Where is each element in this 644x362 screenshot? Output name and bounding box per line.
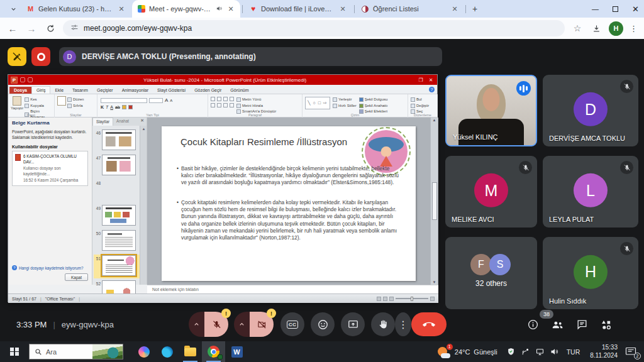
slide-thumbnail-51-selected[interactable]: 51 xyxy=(94,255,140,278)
shapes-gallery[interactable]: ╲ ○ □ ⇨ xyxy=(305,97,330,109)
font-color-chip[interactable] xyxy=(128,105,133,109)
meeting-details-icon[interactable] xyxy=(526,318,540,332)
profile-avatar[interactable]: H xyxy=(609,21,623,36)
ribbon-tab-gorunum[interactable]: Görünüm xyxy=(226,87,253,94)
taskbar-file-explorer-icon[interactable] xyxy=(179,341,202,362)
camera-options-chevron[interactable] xyxy=(234,312,250,337)
shape-outline-button[interactable]: Şekil Anahattı xyxy=(359,103,388,109)
save-icon[interactable] xyxy=(20,77,25,82)
tab-close-icon[interactable]: ✕ xyxy=(450,4,459,13)
justify-button[interactable] xyxy=(230,103,234,107)
ribbon-tab-giris[interactable]: Giriş xyxy=(31,86,50,94)
bookmark-star-icon[interactable]: ☆ xyxy=(571,22,584,35)
panel-close-icon[interactable]: ✕ xyxy=(138,118,147,126)
fit-to-window-button[interactable] xyxy=(430,297,435,301)
ribbon-tab-slayt-gosterisi[interactable]: Slayt Gösterisi xyxy=(153,87,190,94)
tab-ilovepdf[interactable]: ♥ Download file | iLovePDF ✕ xyxy=(244,0,352,18)
recording-indicator-button[interactable] xyxy=(31,47,50,66)
window-close-button[interactable]: ✕ xyxy=(632,4,639,14)
align-text-button[interactable]: Metni Hizala xyxy=(236,103,276,109)
mic-control[interactable]: ! xyxy=(189,312,228,337)
recovered-file-item[interactable]: 6 KASIM-ÇOCUKTA OLUMLU DAV... Kullanıcı … xyxy=(12,151,88,186)
tray-network-icon[interactable] xyxy=(535,347,545,356)
slide-thumbnail-48[interactable]: 48 xyxy=(94,179,140,203)
camera-control[interactable]: ! xyxy=(234,312,274,337)
tray-security-icon[interactable] xyxy=(506,347,516,356)
canvas-scrollbar[interactable]: ▲ ▼ xyxy=(430,118,438,285)
window-minimize-button[interactable]: — xyxy=(592,5,599,13)
replace-button[interactable]: Değiştir xyxy=(411,103,437,109)
slide-thumbnail-50[interactable]: 50 xyxy=(94,229,140,253)
align-left-button[interactable] xyxy=(211,103,215,107)
highlight-color-chip[interactable] xyxy=(122,105,126,109)
slide-thumbnail-47[interactable]: 47 xyxy=(94,154,140,178)
align-right-button[interactable] xyxy=(223,103,228,107)
windows-start-button[interactable] xyxy=(0,341,29,362)
tab-search-chevron-icon[interactable] xyxy=(5,3,21,15)
outline-tab[interactable]: Anahat xyxy=(113,118,132,126)
current-slide[interactable]: Çocuk Kitapları Resimleme /İllüstrasyon … xyxy=(162,126,416,281)
zoom-slider[interactable] xyxy=(396,298,428,299)
tile-melike-avci[interactable]: M MELIKE AVCI xyxy=(445,156,537,228)
tab-audio-icon[interactable] xyxy=(216,5,223,13)
copy-button[interactable]: Kopyala xyxy=(25,103,54,109)
ppt-close-button[interactable]: ✕ xyxy=(427,77,435,83)
ribbon-tab-dosya[interactable]: Dosya xyxy=(9,87,31,94)
slides-tab[interactable]: Slaytlar xyxy=(92,118,113,126)
undo-icon[interactable] xyxy=(28,77,33,82)
view-slideshow-button[interactable] xyxy=(389,297,394,301)
font-name-box[interactable] xyxy=(101,98,147,103)
taskbar-copilot-icon[interactable] xyxy=(132,341,155,362)
slide-canvas[interactable]: Çocuk Kitapları Resimleme /İllüstrasyon … xyxy=(147,118,438,285)
find-button[interactable]: Bul xyxy=(411,97,437,102)
reload-button[interactable] xyxy=(44,22,57,35)
tab-close-icon[interactable]: ✕ xyxy=(338,4,347,13)
tile-hulin-siddik[interactable]: H Hulin Sıddık xyxy=(543,237,638,309)
present-button[interactable] xyxy=(341,312,365,336)
annotation-button[interactable] xyxy=(8,47,26,66)
indent-button[interactable] xyxy=(223,97,228,101)
tab-close-icon[interactable]: ✕ xyxy=(117,4,126,13)
taskbar-word-icon[interactable]: W xyxy=(225,341,248,362)
shape-fill-button[interactable]: Şekil Dolgusu xyxy=(359,97,388,102)
italic-button[interactable]: T xyxy=(106,105,108,109)
underline-button[interactable]: A xyxy=(110,105,113,109)
bold-button[interactable]: K xyxy=(101,105,104,109)
tab-gmail[interactable]: M Gelen Kutusu (23) - hulin.siddik ✕ xyxy=(21,0,131,18)
tile-dervise-amca-toklu[interactable]: D DERVİŞE AMCA TOKLU xyxy=(543,75,638,146)
spacing-button[interactable] xyxy=(230,97,234,101)
forward-button[interactable]: → xyxy=(25,22,38,35)
people-icon[interactable] xyxy=(550,318,564,332)
ppt-help-icon[interactable]: ? xyxy=(429,87,435,92)
window-maximize-button[interactable] xyxy=(613,6,618,12)
taskbar-search-input[interactable]: Ara xyxy=(29,344,123,359)
view-sorter-button[interactable] xyxy=(383,297,387,301)
notification-center-icon[interactable]: 2 xyxy=(625,347,638,357)
font-size-box[interactable] xyxy=(149,98,163,103)
browser-menu-icon[interactable]: ⋮ xyxy=(630,24,638,33)
address-bar[interactable]: meet.google.com/eyw-gqwv-kpa xyxy=(63,20,565,36)
taskbar-weather-widget[interactable]: 1 24°C Güneşli xyxy=(434,346,501,358)
tile-32-others[interactable]: F S 32 others xyxy=(445,237,537,309)
tab-close-icon[interactable]: ✕ xyxy=(226,4,235,13)
tile-leyla-pulat[interactable]: L LEYLA PULAT xyxy=(543,156,638,228)
chat-icon[interactable] xyxy=(575,318,589,332)
strikethrough-button[interactable]: ab xyxy=(115,105,120,109)
ribbon-tab-tasarim[interactable]: Tasarım xyxy=(68,87,92,94)
ribbon-tab-gozden-gecir[interactable]: Gözden Geçir xyxy=(190,87,226,94)
ribbon-tab-gecisler[interactable]: Geçişler xyxy=(92,87,118,94)
align-center-button[interactable] xyxy=(217,103,221,107)
shrink-font-icon[interactable]: A xyxy=(170,99,172,102)
layout-button[interactable]: Düzen xyxy=(67,97,84,102)
tray-volume-icon[interactable] xyxy=(550,347,559,356)
slides-panel-scrollbar[interactable]: ▲ xyxy=(140,126,147,285)
slide-thumbnail-46[interactable]: 46 xyxy=(94,129,140,153)
activities-icon[interactable] xyxy=(599,318,613,332)
more-options-button[interactable]: ⋮ xyxy=(395,312,411,336)
tab-ogrenci-listesi[interactable]: Öğrenci Listesi ✕ xyxy=(356,0,464,18)
reactions-button[interactable] xyxy=(311,312,335,336)
cut-button[interactable]: Kes xyxy=(25,97,54,102)
new-tab-button[interactable]: + xyxy=(469,3,480,14)
mic-options-chevron[interactable] xyxy=(189,312,204,337)
taskbar-edge-icon[interactable] xyxy=(155,341,179,362)
